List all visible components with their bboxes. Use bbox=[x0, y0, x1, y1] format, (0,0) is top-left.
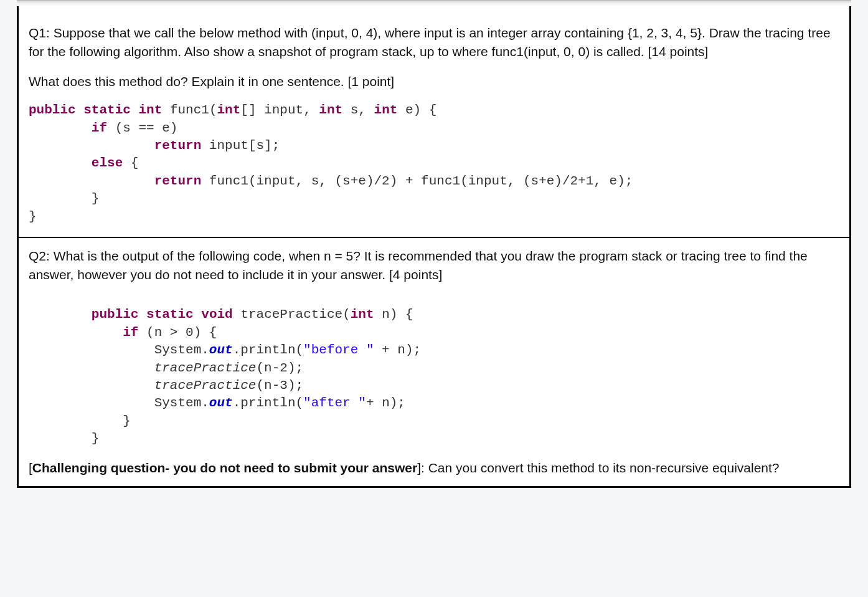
code-text: (n-2); bbox=[256, 361, 303, 375]
code-text bbox=[131, 103, 139, 117]
code-text: + n); bbox=[374, 343, 422, 357]
code-text: func1(input, s, (s+e)/2) + func1(input, … bbox=[201, 174, 633, 188]
code-keyword: if bbox=[92, 121, 107, 135]
code-text: } bbox=[29, 209, 37, 224]
q2-paragraph-1: Q2: What is the output of the following … bbox=[29, 247, 839, 284]
q2-challenge: [Challenging question- you do not need t… bbox=[29, 459, 839, 477]
challenge-bold: Challenging question- you do not need to… bbox=[32, 461, 417, 475]
code-keyword: else bbox=[92, 156, 123, 170]
code-text bbox=[29, 325, 123, 340]
code-text: tracePractice( bbox=[233, 307, 351, 322]
code-text: [] input, bbox=[240, 103, 319, 117]
code-keyword: return bbox=[154, 138, 202, 153]
code-string: "after " bbox=[303, 396, 366, 410]
code-text: System. bbox=[29, 396, 209, 410]
code-text: input[s]; bbox=[201, 138, 280, 153]
document-page: Q1: Suppose that we call the below metho… bbox=[17, 0, 851, 488]
code-text bbox=[29, 174, 154, 188]
code-text: e) { bbox=[397, 103, 436, 117]
code-text: .println( bbox=[233, 343, 303, 357]
challenge-rest: ]: Can you convert this method to its no… bbox=[417, 461, 779, 475]
code-text bbox=[29, 138, 154, 153]
code-text: s, bbox=[342, 103, 374, 117]
code-text: } bbox=[29, 431, 99, 446]
code-text: { bbox=[123, 156, 138, 170]
code-text bbox=[76, 103, 84, 117]
code-keyword: return bbox=[154, 174, 202, 188]
code-field: out bbox=[209, 343, 233, 357]
code-text bbox=[29, 121, 92, 135]
code-keyword: public bbox=[92, 307, 139, 322]
code-keyword: void bbox=[201, 307, 232, 322]
q2-code-block: public static void tracePractice(int n) … bbox=[29, 306, 839, 447]
q1-paragraph-2: What does this method do? Explain it in … bbox=[29, 72, 839, 91]
section-divider bbox=[19, 237, 849, 238]
code-keyword: int bbox=[374, 103, 398, 117]
code-text: n) { bbox=[374, 307, 413, 322]
code-text bbox=[29, 307, 92, 322]
code-keyword: int bbox=[217, 103, 241, 117]
code-text: + n); bbox=[366, 396, 405, 410]
code-call: tracePractice bbox=[154, 361, 257, 375]
code-text bbox=[138, 307, 146, 322]
code-keyword: int bbox=[319, 103, 342, 117]
code-text: (n > 0) { bbox=[138, 325, 217, 340]
code-call: tracePractice bbox=[154, 378, 257, 393]
code-keyword: int bbox=[351, 307, 374, 322]
code-text: (s == e) bbox=[107, 121, 177, 135]
code-text bbox=[29, 156, 92, 170]
code-keyword: static bbox=[146, 307, 194, 322]
q1-code-block: public static int func1(int[] input, int… bbox=[29, 102, 839, 225]
code-text: func1( bbox=[162, 103, 217, 117]
code-text bbox=[29, 361, 154, 375]
code-keyword: if bbox=[123, 325, 138, 340]
code-field: out bbox=[209, 396, 233, 410]
q1-paragraph-1: Q1: Suppose that we call the below metho… bbox=[29, 24, 839, 61]
page-content: Q1: Suppose that we call the below metho… bbox=[19, 0, 849, 486]
code-text bbox=[29, 378, 154, 393]
code-keyword: public bbox=[29, 103, 76, 117]
code-text: (n-3); bbox=[256, 378, 303, 393]
code-text: System. bbox=[29, 343, 209, 357]
code-text: } bbox=[29, 414, 131, 428]
code-text: } bbox=[29, 191, 99, 206]
code-keyword: int bbox=[138, 103, 162, 117]
code-text: .println( bbox=[233, 396, 303, 410]
code-string: "before " bbox=[303, 343, 374, 357]
code-keyword: static bbox=[83, 103, 131, 117]
code-text bbox=[194, 307, 202, 322]
